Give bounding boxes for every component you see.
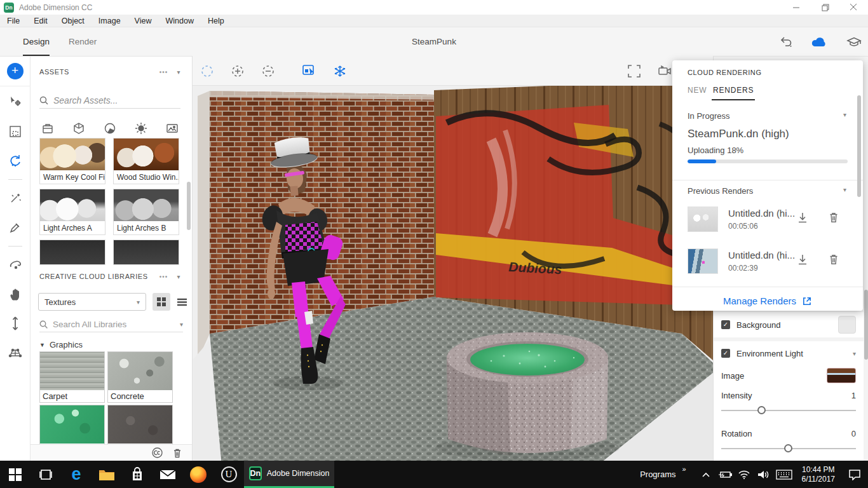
intensity-slider[interactable] — [721, 406, 856, 415]
selection-add-icon[interactable] — [231, 64, 245, 78]
download-icon[interactable] — [797, 212, 808, 224]
viewport[interactable]: Dubious — [193, 56, 713, 461]
libraries-collapse-icon[interactable]: ▾ — [177, 273, 180, 280]
tab-design[interactable]: Design — [23, 27, 50, 56]
add-content-button[interactable]: + — [7, 63, 24, 79]
rotation-slider-knob[interactable] — [784, 444, 792, 452]
environment-light-collapse-icon[interactable]: ▾ — [853, 350, 856, 357]
selection-subtract-icon[interactable] — [261, 64, 275, 78]
menu-file[interactable]: File — [0, 15, 27, 27]
background-color-swatch[interactable] — [838, 316, 856, 334]
libraries-search-input[interactable] — [53, 320, 166, 329]
in-progress-collapse-icon[interactable]: ▾ — [843, 111, 846, 118]
select-move-tool-icon[interactable] — [0, 88, 31, 117]
close-button[interactable] — [839, 0, 868, 15]
pick-object-icon[interactable] — [302, 64, 316, 78]
creative-cloud-icon[interactable] — [152, 447, 163, 458]
category-lights-icon[interactable] — [133, 119, 149, 138]
menu-image[interactable]: Image — [92, 15, 128, 27]
scale-tool-icon[interactable] — [0, 117, 31, 146]
background-checkbox[interactable]: ✓ — [721, 320, 730, 329]
file-explorer-taskbar-icon[interactable] — [92, 461, 122, 488]
assets-search[interactable] — [39, 92, 180, 109]
asset-thumb[interactable]: Wood Studio Win... — [113, 138, 179, 184]
edge-taskbar-icon[interactable]: e — [61, 461, 92, 488]
delete-render-icon[interactable] — [829, 212, 839, 223]
asset-thumb[interactable] — [113, 240, 179, 265]
manage-renders-link[interactable]: Manage Renders — [672, 295, 863, 306]
dolly-tool-icon[interactable] — [0, 309, 31, 338]
programs-toolbar[interactable]: Programs » — [640, 470, 687, 479]
environment-light-checkbox[interactable]: ✓ — [721, 349, 730, 358]
menu-view[interactable]: View — [128, 15, 159, 27]
store-taskbar-icon[interactable] — [122, 461, 153, 488]
libraries-search-chevron-icon[interactable]: ▾ — [180, 321, 183, 328]
menu-window[interactable]: Window — [158, 15, 200, 27]
asset-thumb[interactable]: Warm Key Cool Fill — [39, 138, 105, 184]
assets-scrollbar[interactable] — [187, 182, 191, 230]
scene-3d-view[interactable]: Dubious — [193, 86, 713, 461]
previous-renders-collapse-icon[interactable]: ▾ — [843, 186, 846, 193]
menu-object[interactable]: Object — [55, 15, 92, 27]
firefox-taskbar-icon[interactable] — [183, 461, 214, 488]
menu-help[interactable]: Help — [201, 15, 231, 27]
rotation-slider[interactable] — [721, 444, 856, 453]
tab-renders[interactable]: RENDERS — [713, 86, 754, 95]
panel-scrollbar[interactable] — [864, 290, 868, 360]
popup-scrollbar[interactable] — [857, 95, 861, 197]
orbit-tool-icon[interactable] — [0, 250, 31, 280]
library-item[interactable]: stone — [107, 405, 173, 447]
grid-view-button[interactable] — [153, 293, 170, 311]
category-materials-icon[interactable] — [102, 119, 118, 138]
show-hidden-icons-button[interactable] — [696, 472, 715, 477]
library-item[interactable]: Water — [39, 405, 105, 447]
task-view-button[interactable] — [31, 461, 61, 488]
start-button[interactable] — [0, 461, 31, 488]
tab-new[interactable]: NEW — [688, 86, 707, 95]
unreal-taskbar-icon[interactable]: U — [214, 461, 244, 488]
intensity-slider-knob[interactable] — [757, 406, 766, 414]
download-icon[interactable] — [797, 254, 808, 266]
magic-wand-tool-icon[interactable] — [0, 184, 31, 213]
delete-library-item-icon[interactable] — [173, 448, 182, 458]
mail-taskbar-icon[interactable] — [153, 461, 183, 488]
list-view-button[interactable] — [173, 293, 191, 311]
environment-image-thumb[interactable] — [827, 368, 856, 383]
libraries-search[interactable]: ▾ — [39, 317, 183, 332]
dimension-taskbar-button[interactable]: Dn Adobe Dimension ... — [244, 461, 334, 488]
stone-pot[interactable] — [435, 332, 620, 461]
previous-renders-header[interactable]: Previous Renders — [688, 186, 753, 196]
assets-collapse-icon[interactable]: ▾ — [177, 69, 180, 76]
restore-button[interactable] — [811, 0, 839, 15]
power-tray-icon[interactable] — [715, 470, 735, 479]
asset-thumb[interactable]: Light Arches B — [113, 189, 179, 235]
pan-tool-icon[interactable] — [0, 280, 31, 309]
libraries-more-icon[interactable]: ••• — [159, 273, 168, 280]
library-item[interactable]: Concrete — [107, 351, 173, 403]
render-list-item[interactable]: Untitled.dn (hi... 00:05:06 — [688, 207, 848, 234]
assets-more-icon[interactable]: ••• — [159, 69, 168, 76]
camera-bookmark-icon[interactable] — [658, 64, 672, 78]
eyedropper-tool-icon[interactable] — [0, 213, 31, 242]
in-progress-header[interactable]: In Progress — [688, 111, 729, 121]
rotate-tool-icon[interactable] — [0, 146, 31, 175]
scatter-icon[interactable] — [332, 64, 346, 78]
assets-search-input[interactable] — [53, 95, 180, 105]
undo-icon[interactable] — [779, 36, 793, 48]
asset-thumb[interactable]: Light Arches A — [39, 189, 105, 235]
touch-keyboard-tray-icon[interactable] — [773, 470, 796, 480]
toolbar-overflow-icon[interactable]: » — [682, 465, 686, 473]
horizon-tool-icon[interactable] — [0, 338, 31, 367]
selection-circle-icon[interactable] — [200, 64, 214, 78]
cloud-sync-icon[interactable] — [811, 36, 829, 48]
library-item[interactable]: Carpet — [39, 351, 105, 403]
minimize-button[interactable] — [782, 0, 811, 15]
taskbar-clock[interactable]: 10:44 PM 6/11/2017 — [796, 465, 842, 484]
menu-edit[interactable]: Edit — [27, 15, 55, 27]
learn-icon[interactable] — [846, 36, 862, 48]
wifi-tray-icon[interactable] — [735, 470, 754, 480]
zoom-fit-icon[interactable] — [627, 64, 641, 78]
category-models-icon[interactable] — [71, 119, 87, 138]
category-images-icon[interactable] — [164, 119, 180, 138]
volume-tray-icon[interactable] — [754, 470, 773, 480]
